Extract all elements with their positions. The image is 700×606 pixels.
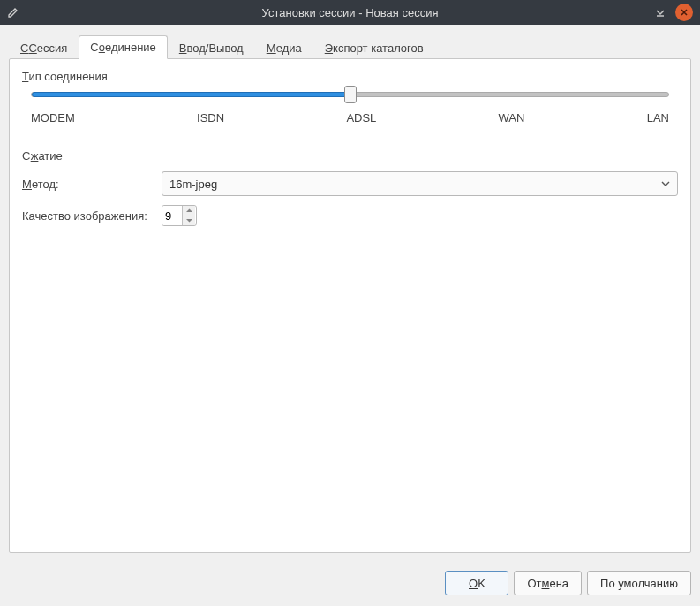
quality-spin[interactable] (162, 205, 197, 226)
compression-form: Метод: 16m-jpeg Качество изображения: (22, 171, 678, 226)
slider-tick-lan: LAN (647, 111, 669, 125)
tab-connection[interactable]: Соединение (79, 35, 168, 59)
default-button[interactable]: По умолчанию (587, 571, 691, 595)
spin-buttons (182, 206, 195, 225)
method-value: 16m-jpeg (169, 178, 217, 191)
footer: OK Отмена По умолчанию (0, 562, 700, 606)
chevron-down-icon (661, 179, 670, 188)
quality-input[interactable] (162, 206, 182, 225)
connection-type-slider[interactable] (31, 92, 669, 97)
tab-io[interactable]: Ввод/Вывод (168, 36, 255, 59)
titlebar-controls (652, 4, 693, 21)
cancel-button[interactable]: Отмена (514, 571, 582, 595)
connection-type-slider-wrap: MODEM ISDN ADSL WAN LAN (22, 92, 678, 130)
quality-cell (162, 205, 678, 226)
quality-label: Качество изображения: (22, 209, 154, 223)
tabbar: ССессия Соединение Ввод/Вывод Медиа Эксп… (9, 34, 691, 58)
window-title: Установки сессии - Новая сессия (0, 6, 700, 19)
minimize-icon[interactable] (652, 4, 668, 20)
connection-type-label: Тип соединения (22, 70, 678, 83)
compression-label: Сжатие (22, 149, 678, 163)
window: Установки сессии - Новая сессия ССессия … (0, 0, 700, 606)
app-icon (7, 6, 19, 19)
close-icon[interactable] (675, 4, 693, 21)
slider-tick-isdn: ISDN (197, 111, 224, 125)
slider-tick-wan: WAN (499, 111, 525, 125)
content: ССессия Соединение Ввод/Вывод Медиа Эксп… (0, 25, 700, 562)
slider-thumb[interactable] (344, 86, 357, 103)
slider-tick-modem: MODEM (31, 111, 75, 125)
tab-export[interactable]: Экспорт каталогов (313, 36, 435, 59)
slider-tick-adsl: ADSL (346, 111, 376, 125)
tab-media[interactable]: Медиа (255, 36, 313, 59)
ok-button[interactable]: OK (445, 571, 508, 595)
tab-pane-connection: Тип соединения MODEM ISDN ADSL WAN LAN С… (9, 58, 691, 553)
tab-session[interactable]: ССессия (9, 36, 79, 59)
slider-labels: MODEM ISDN ADSL WAN LAN (31, 111, 669, 125)
titlebar: Установки сессии - Новая сессия (0, 0, 700, 25)
method-select[interactable]: 16m-jpeg (162, 171, 678, 196)
spin-up-icon[interactable] (183, 206, 195, 216)
spin-down-icon[interactable] (183, 216, 195, 225)
method-label: Метод: (22, 178, 154, 191)
slider-fill (32, 92, 350, 97)
